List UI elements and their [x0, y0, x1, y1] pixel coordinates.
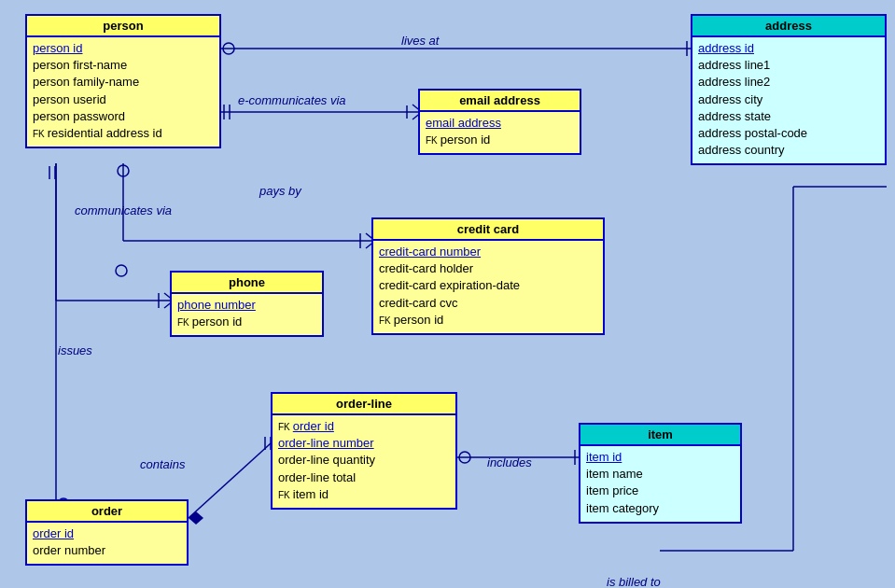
attr-order-id: order id: [33, 525, 181, 542]
svg-point-34: [459, 452, 470, 463]
attr-cc-holder: credit-card holder: [379, 260, 597, 277]
label-contains: contains: [140, 457, 185, 471]
attr-cc-personid: FKperson id: [379, 312, 597, 329]
entity-address-header: address: [692, 16, 885, 37]
entity-email-body: email address FKperson id: [420, 112, 580, 153]
attr-orderline-quantity: order-line quantity: [278, 452, 450, 469]
attr-phone-number: phone number: [177, 297, 316, 314]
attr-person-familyname: person family-name: [33, 74, 214, 91]
entity-item-header: item: [580, 425, 740, 446]
entity-creditcard-body: credit-card number credit-card holder cr…: [373, 241, 603, 333]
entity-email: email address email address FKperson id: [418, 89, 581, 155]
attr-order-number: order number: [33, 542, 181, 559]
attr-person-password: person password: [33, 108, 214, 125]
attr-item-name: item name: [586, 466, 734, 483]
attr-person-id: person id: [33, 40, 214, 57]
entity-item: item item id item name item price item c…: [579, 423, 742, 524]
entity-address-body: address id address line1 address line2 a…: [692, 37, 885, 163]
attr-address-state: address state: [698, 108, 879, 125]
attr-cc-cvc: credit-card cvc: [379, 295, 597, 312]
attr-address-postalcode: address postal-code: [698, 125, 879, 142]
label-lives-at: lives at: [401, 34, 439, 48]
entity-creditcard-header: credit card: [373, 219, 603, 241]
attr-address-line2: address line2: [698, 74, 879, 91]
entity-orderline: order-line FKorder id order-line number …: [271, 392, 457, 510]
entity-email-header: email address: [420, 91, 580, 112]
entity-phone-body: phone number FKperson id: [172, 294, 322, 335]
entity-orderline-body: FKorder id order-line number order-line …: [273, 415, 455, 508]
entity-person: person person id person first-name perso…: [25, 14, 221, 148]
entity-orderline-header: order-line: [273, 394, 455, 415]
entity-order-header: order: [27, 501, 187, 523]
attr-address-id: address id: [698, 40, 879, 57]
label-includes: includes: [487, 455, 532, 469]
attr-cc-expdate: credit-card expiration-date: [379, 277, 597, 294]
attr-item-category: item category: [586, 500, 734, 517]
attr-orderline-number: order-line number: [278, 435, 450, 452]
entity-order: order order id order number: [25, 499, 189, 566]
entity-order-body: order id order number: [27, 523, 187, 564]
attr-address-city: address city: [698, 91, 879, 108]
attr-address-country: address country: [698, 142, 879, 159]
label-is-billed-to: is billed to: [607, 575, 661, 588]
svg-marker-30: [189, 511, 203, 525]
attr-person-residentialaddress: FKresidential address id: [33, 125, 214, 142]
entity-person-body: person id person first-name person famil…: [27, 37, 219, 147]
label-communicates: communicates via: [75, 203, 172, 217]
svg-point-3: [223, 43, 234, 54]
svg-line-29: [189, 443, 271, 518]
entity-address: address address id address line1 address…: [691, 14, 887, 165]
label-issues: issues: [58, 343, 92, 357]
attr-phone-personid: FKperson id: [177, 314, 316, 330]
entity-creditcard: credit card credit-card number credit-ca…: [371, 217, 605, 335]
attr-item-price: item price: [586, 483, 734, 499]
attr-cc-number: credit-card number: [379, 244, 597, 260]
attr-item-id: item id: [586, 449, 734, 466]
label-ecommunicates: e-communicates via: [238, 93, 346, 107]
entity-phone-header: phone: [172, 273, 322, 294]
entity-phone: phone phone number FKperson id: [170, 271, 324, 337]
svg-point-23: [116, 265, 127, 276]
attr-person-userid: person userid: [33, 91, 214, 108]
attr-person-firstname: person first-name: [33, 57, 214, 74]
svg-point-12: [118, 165, 129, 176]
attr-orderline-orderid: FKorder id: [278, 418, 450, 435]
attr-address-line1: address line1: [698, 57, 879, 74]
entity-person-header: person: [27, 16, 219, 37]
label-pays-by: pays by: [259, 184, 301, 198]
attr-orderline-total: order-line total: [278, 469, 450, 486]
attr-email-address: email address: [426, 115, 574, 132]
entity-item-body: item id item name item price item catego…: [580, 446, 740, 522]
attr-email-personid: FKperson id: [426, 132, 574, 148]
attr-orderline-itemid: FKitem id: [278, 486, 450, 503]
